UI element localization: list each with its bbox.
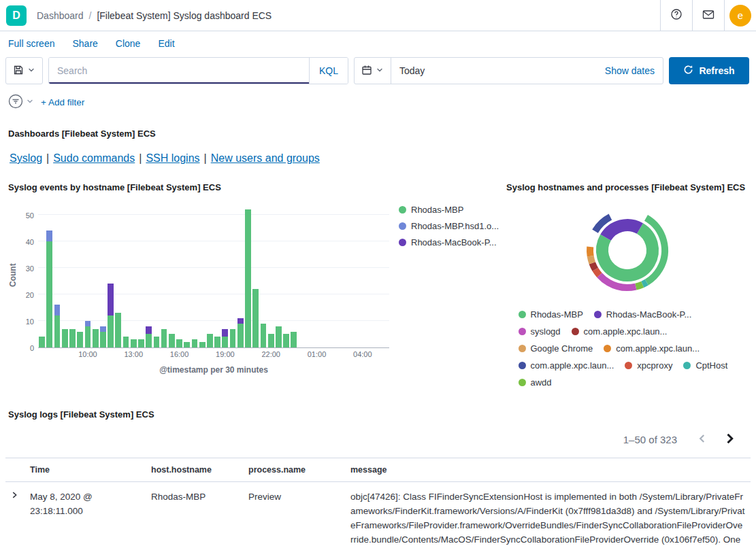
menu-clone[interactable]: Clone: [116, 38, 141, 49]
bar-09:00[interactable]: [69, 329, 76, 347]
bar-segment: [154, 337, 160, 347]
bar-16:00[interactable]: [176, 339, 182, 347]
bar-10:00[interactable]: [85, 321, 91, 347]
bar-21:30[interactable]: [261, 324, 267, 347]
bar-14:30[interactable]: [154, 337, 160, 347]
legend-item-syslogd[interactable]: syslogd: [519, 326, 561, 337]
newsfeed-button[interactable]: [692, 0, 724, 31]
bar-16:30[interactable]: [184, 342, 190, 347]
bar-07:30[interactable]: [46, 231, 52, 347]
prev-page-button[interactable]: [691, 428, 714, 451]
bar-13:30[interactable]: [138, 339, 144, 347]
legend-item-rhodas-macbook-p[interactable]: Rhodas-MacBook-P...: [399, 237, 504, 248]
next-page-button[interactable]: [718, 428, 741, 451]
logs-panel: Syslog logs [Filebeat System] ECS 1–50 o…: [5, 403, 751, 546]
bar-19:00[interactable]: [222, 329, 228, 347]
bar-20:00[interactable]: [237, 318, 244, 347]
bar-21:00[interactable]: [252, 289, 259, 347]
bar-11:30[interactable]: [108, 284, 114, 347]
space-switcher[interactable]: D: [0, 0, 33, 31]
column-header-host-hostname[interactable]: host.hostname: [146, 458, 243, 482]
kql-button[interactable]: KQL: [309, 58, 348, 84]
dashboard-link-ssh-logins[interactable]: SSH logins: [146, 152, 199, 164]
bar-slot: [282, 202, 290, 347]
menu-share[interactable]: Share: [72, 38, 97, 49]
bar-22:00[interactable]: [268, 334, 274, 347]
bar-10:30[interactable]: [93, 329, 99, 347]
expand-row-button[interactable]: [10, 490, 19, 502]
legend-item-com-apple-xpc-laun[interactable]: com.apple.xpc.laun...: [572, 326, 668, 337]
bar-slot: [306, 202, 313, 347]
bar-08:00[interactable]: [54, 305, 61, 347]
breadcrumb: Dashboard / [Filebeat System] Syslog das…: [33, 10, 660, 21]
logs-table-body: May 8, 2020 @ 23:18:11.000Rhodas-MBPPrev…: [5, 482, 751, 546]
user-avatar[interactable]: e: [729, 5, 751, 27]
breadcrumb-page-title: [Filebeat System] Syslog dashboard ECS: [97, 10, 272, 21]
calendar-icon: [361, 65, 372, 78]
saved-query-button[interactable]: [5, 57, 43, 84]
bar-23:00[interactable]: [283, 334, 289, 347]
column-header-process-name[interactable]: process.name: [243, 458, 345, 482]
bar-segment: [245, 209, 251, 347]
donut-chart-panel: Syslog hostnames and processes [Filebeat…: [504, 175, 751, 388]
bar-segment: [199, 342, 206, 347]
bar-18:30[interactable]: [214, 337, 220, 347]
bar-22:30[interactable]: [276, 326, 282, 347]
legend-item-rhodas-mbp-hsd1-o[interactable]: Rhodas-MBP.hsd1.o...: [399, 221, 504, 231]
legend-dot: [625, 362, 632, 369]
bar-17:00[interactable]: [192, 339, 198, 347]
bar-18:00[interactable]: [207, 334, 213, 347]
add-filter-button[interactable]: + Add filter: [41, 97, 84, 107]
search-input[interactable]: [49, 58, 309, 84]
refresh-button[interactable]: Refresh: [669, 57, 749, 84]
help-button[interactable]: [660, 0, 692, 31]
bar-08:30[interactable]: [62, 329, 68, 347]
y-tick-label: 40: [26, 238, 34, 246]
menu-full-screen[interactable]: Full screen: [8, 38, 54, 49]
dashboard-link-syslog[interactable]: Syslog: [10, 152, 42, 164]
bar-23:30[interactable]: [291, 332, 297, 347]
date-range-value[interactable]: Today: [391, 65, 425, 76]
dashboard-link-new-users-and-groups[interactable]: New users and groups: [211, 152, 320, 164]
bar-segment: [54, 315, 61, 347]
dashboard-content: Dashboards [Filebeat System] ECS Syslog|…: [0, 119, 756, 546]
bar-15:00[interactable]: [161, 329, 167, 347]
legend-item-rhodas-macbook-p[interactable]: Rhodas-MacBook-P...: [594, 309, 692, 320]
bar-12:30[interactable]: [123, 337, 129, 347]
bar-slot: [53, 202, 61, 347]
bar-19:30[interactable]: [230, 329, 236, 347]
show-dates-button[interactable]: Show dates: [605, 65, 663, 76]
bar-15:30[interactable]: [169, 334, 175, 347]
column-header-message[interactable]: message: [345, 458, 751, 482]
logs-table-header-row: Timehost.hostnameprocess.namemessage: [5, 458, 751, 482]
bar-segment: [230, 329, 236, 347]
bar-slot: [275, 202, 282, 347]
legend-item-rhodas-mbp[interactable]: Rhodas-MBP: [399, 205, 504, 215]
cell-process-name: Preview: [243, 482, 345, 546]
legend-item-com-apple-xpc-laun[interactable]: com.apple.xpc.laun...: [519, 360, 614, 371]
dashboard-link-sudo-commands[interactable]: Sudo commands: [53, 152, 135, 164]
bar-segment: [291, 332, 297, 347]
bar-17:30[interactable]: [199, 342, 206, 347]
date-quick-select-button[interactable]: [355, 58, 391, 84]
legend-dot: [399, 239, 406, 246]
bar-13:00[interactable]: [131, 339, 137, 347]
bar-14:00[interactable]: [146, 326, 152, 347]
menu-edit[interactable]: Edit: [158, 38, 174, 49]
legend-item-com-apple-xpc-laun[interactable]: com.apple.xpc.laun...: [604, 343, 700, 354]
bar-20:30[interactable]: [245, 209, 251, 347]
bar-09:30[interactable]: [77, 332, 83, 347]
filter-options-button[interactable]: [7, 92, 34, 112]
bar-segment: [131, 339, 137, 347]
legend-item-google-chrome[interactable]: Google Chrome: [519, 343, 593, 354]
bar-07:00[interactable]: [39, 337, 45, 347]
column-header-time[interactable]: Time: [24, 458, 146, 482]
legend-item-awdd[interactable]: awdd: [519, 377, 552, 388]
legend-item-rhodas-mbp[interactable]: Rhodas-MBP: [519, 309, 583, 320]
legend-item-cpthost[interactable]: CptHost: [683, 360, 727, 371]
breadcrumb-dashboard[interactable]: Dashboard: [37, 10, 84, 21]
bar-12:00[interactable]: [115, 313, 121, 347]
bar-11:00[interactable]: [100, 326, 106, 347]
user-menu[interactable]: e: [724, 0, 756, 31]
legend-item-xpcproxy[interactable]: xpcproxy: [625, 360, 672, 371]
